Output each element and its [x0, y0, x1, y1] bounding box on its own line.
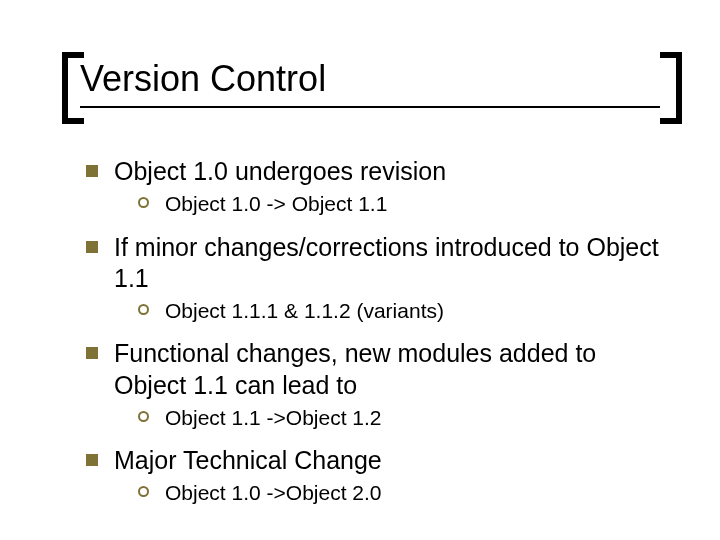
bullet-item: If minor changes/corrections introduced …	[86, 232, 660, 295]
circle-bullet-icon	[138, 411, 149, 422]
square-bullet-icon	[86, 454, 98, 466]
sub-bullet-text: Object 1.1.1 & 1.1.2 (variants)	[165, 298, 444, 324]
square-bullet-icon	[86, 165, 98, 177]
sub-bullet-item: Object 1.0 ->Object 2.0	[138, 480, 660, 506]
circle-bullet-icon	[138, 486, 149, 497]
sub-bullet-text: Object 1.0 -> Object 1.1	[165, 191, 387, 217]
slide-title: Version Control	[80, 58, 680, 100]
bullet-text: Functional changes, new modules added to…	[114, 338, 660, 401]
sub-bullet-item: Object 1.1.1 & 1.1.2 (variants)	[138, 298, 660, 324]
square-bullet-icon	[86, 347, 98, 359]
bullet-text: If minor changes/corrections introduced …	[114, 232, 660, 295]
bullet-text: Major Technical Change	[114, 445, 382, 476]
circle-bullet-icon	[138, 197, 149, 208]
title-underline	[80, 106, 660, 108]
slide: Version Control Object 1.0 undergoes rev…	[0, 0, 720, 540]
circle-bullet-icon	[138, 304, 149, 315]
bullet-item: Object 1.0 undergoes revision	[86, 156, 660, 187]
bullet-item: Major Technical Change	[86, 445, 660, 476]
sub-bullet-text: Object 1.0 ->Object 2.0	[165, 480, 382, 506]
body-area: Object 1.0 undergoes revision Object 1.0…	[86, 156, 660, 521]
sub-bullet-text: Object 1.1 ->Object 1.2	[165, 405, 382, 431]
square-bullet-icon	[86, 241, 98, 253]
bullet-item: Functional changes, new modules added to…	[86, 338, 660, 401]
bullet-text: Object 1.0 undergoes revision	[114, 156, 446, 187]
title-area: Version Control	[80, 58, 680, 108]
sub-bullet-item: Object 1.0 -> Object 1.1	[138, 191, 660, 217]
sub-bullet-item: Object 1.1 ->Object 1.2	[138, 405, 660, 431]
